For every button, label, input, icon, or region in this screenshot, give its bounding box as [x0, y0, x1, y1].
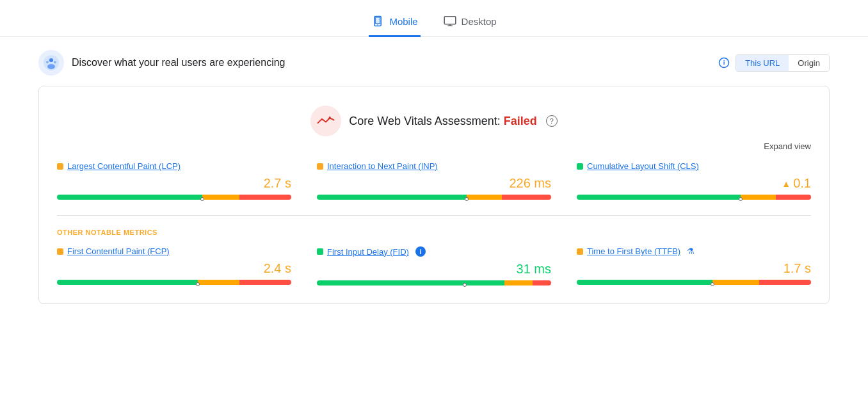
ttfb-value-text: 1.7 s	[784, 261, 811, 276]
inp-bar-orange	[467, 195, 502, 200]
inp-name[interactable]: Interaction to Next Paint (INP)	[327, 161, 438, 171]
fid-name[interactable]: First Input Delay (FID)	[327, 247, 409, 257]
cls-value-text: 0.1	[793, 176, 811, 191]
desktop-icon	[444, 15, 456, 28]
crux-icon	[38, 50, 64, 76]
tab-mobile[interactable]: Mobile	[369, 8, 420, 37]
fcp-bar-green	[57, 280, 198, 285]
ttfb-flask-icon: ⚗	[687, 246, 695, 256]
metric-ttfb: Time to First Byte (TTFB) ⚗ 1.7 s	[577, 246, 811, 285]
metric-lcp: Largest Contentful Paint (LCP) 2.7 s	[57, 161, 291, 200]
inp-marker	[465, 197, 469, 201]
header-title: Discover what your real users are experi…	[72, 57, 285, 68]
fcp-marker	[196, 282, 200, 286]
url-origin-toggle: This URL Origin	[735, 54, 830, 72]
fid-value-text: 31 ms	[517, 262, 551, 277]
lcp-bar-red	[239, 195, 291, 200]
inp-bar-green	[317, 195, 467, 200]
lcp-bar-orange	[202, 195, 240, 200]
lcp-bar-track	[57, 195, 291, 200]
fcp-dot	[57, 248, 63, 255]
cls-bar	[577, 195, 811, 200]
assessment-status: Failed	[504, 115, 537, 127]
fid-bar	[317, 280, 551, 285]
inp-dot	[317, 163, 323, 170]
main-card: Core Web Vitals Assessment: Failed ? Exp…	[38, 86, 830, 304]
ttfb-dot	[577, 248, 583, 255]
lcp-value-text: 2.7 s	[264, 176, 291, 191]
svg-text:i: i	[723, 59, 725, 66]
cls-bar-green	[577, 195, 741, 200]
header-left: Discover what your real users are experi…	[38, 50, 285, 76]
ttfb-value: 1.7 s	[577, 261, 811, 276]
svg-point-9	[47, 64, 55, 69]
svg-point-11	[54, 61, 56, 63]
tab-bar: Mobile Desktop	[0, 0, 868, 37]
metric-cls-header: Cumulative Layout Shift (CLS)	[577, 161, 811, 171]
inp-value-text: 226 ms	[509, 176, 551, 191]
cls-value: ▲ 0.1	[577, 176, 811, 191]
svg-marker-14	[328, 116, 332, 119]
tab-mobile-label: Mobile	[389, 16, 417, 27]
assessment-text: Core Web Vitals Assessment: Failed	[349, 115, 536, 128]
expand-link[interactable]: Expand view	[764, 141, 811, 151]
metric-cls: Cumulative Layout Shift (CLS) ▲ 0.1	[577, 161, 811, 200]
svg-point-8	[49, 58, 53, 62]
header-info-icon[interactable]: i	[718, 56, 730, 69]
metric-lcp-header: Largest Contentful Paint (LCP)	[57, 161, 291, 171]
inp-bar-track	[317, 195, 551, 200]
assessment-help-icon[interactable]: ?	[546, 115, 558, 127]
ttfb-name[interactable]: Time to First Byte (TTFB)	[587, 246, 680, 256]
fid-marker	[463, 283, 467, 287]
lcp-bar-green	[57, 195, 202, 200]
header-right: i This URL Origin	[718, 54, 830, 72]
cls-marker	[739, 197, 743, 201]
inp-value: 226 ms	[317, 176, 551, 191]
expand-row: Expand view	[57, 141, 811, 151]
lcp-dot	[57, 163, 63, 170]
fid-value: 31 ms	[317, 262, 551, 277]
fcp-bar	[57, 280, 291, 285]
ttfb-marker	[711, 282, 714, 286]
this-url-button[interactable]: This URL	[736, 55, 789, 71]
metric-fcp: First Contentful Paint (FCP) 2.4 s	[57, 246, 291, 285]
cls-warning: ▲	[782, 179, 791, 189]
cls-bar-red	[776, 195, 811, 200]
cls-bar-orange	[741, 195, 776, 200]
metric-fcp-header: First Contentful Paint (FCP)	[57, 246, 291, 256]
fcp-value-text: 2.4 s	[264, 261, 291, 276]
mobile-icon	[371, 15, 384, 28]
fid-bar-orange	[504, 280, 533, 285]
lcp-bar	[57, 195, 291, 200]
ttfb-bar-red	[759, 280, 811, 285]
header-row: Discover what your real users are experi…	[38, 50, 830, 76]
svg-rect-1	[376, 17, 381, 24]
metric-fid: First Input Delay (FID) i 31 ms	[317, 246, 551, 285]
ttfb-bar-track	[577, 280, 811, 285]
fid-info-icon[interactable]: i	[415, 246, 426, 257]
fid-bar-red	[533, 280, 551, 285]
ttfb-bar-orange	[712, 280, 759, 285]
ttfb-bar	[577, 280, 811, 285]
metric-fid-header: First Input Delay (FID) i	[317, 246, 551, 257]
other-metrics-grid: First Contentful Paint (FCP) 2.4 s	[57, 246, 811, 285]
tab-desktop[interactable]: Desktop	[441, 8, 499, 37]
ttfb-bar-green	[577, 280, 712, 285]
cls-name[interactable]: Cumulative Layout Shift (CLS)	[587, 161, 699, 171]
assessment-row: Core Web Vitals Assessment: Failed ?	[57, 99, 811, 141]
metric-inp-header: Interaction to Next Paint (INP)	[317, 161, 551, 171]
assessment-label: Core Web Vitals Assessment:	[349, 115, 500, 127]
cls-dot	[577, 163, 583, 170]
lcp-marker	[200, 197, 204, 201]
fcp-bar-orange	[198, 280, 240, 285]
fcp-name[interactable]: First Contentful Paint (FCP)	[67, 246, 170, 256]
page-wrapper: Mobile Desktop	[0, 0, 868, 402]
core-metrics-grid: Largest Contentful Paint (LCP) 2.7 s	[57, 161, 811, 216]
tab-desktop-label: Desktop	[462, 16, 497, 27]
lcp-name[interactable]: Largest Contentful Paint (LCP)	[67, 161, 181, 171]
lcp-value: 2.7 s	[57, 176, 291, 191]
assessment-icon	[310, 106, 341, 136]
svg-point-3	[378, 24, 379, 26]
fcp-bar-red	[239, 280, 291, 285]
origin-button[interactable]: Origin	[789, 55, 829, 71]
